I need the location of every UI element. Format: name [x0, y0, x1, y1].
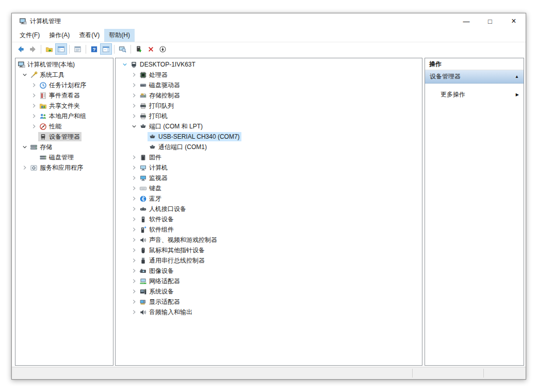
properties-button[interactable] [72, 43, 84, 55]
forward-button[interactable] [27, 43, 39, 55]
device-tree-item[interactable]: DESKTOP-1IVK63T [116, 59, 422, 70]
collapse-group-icon[interactable]: ▲ [515, 74, 519, 79]
actions-group-device-manager[interactable]: 设备管理器 ▲ [425, 70, 524, 84]
device-tree-item[interactable]: 打印队列 [116, 101, 422, 111]
device-tree-item[interactable]: 处理器 [116, 70, 422, 80]
expander-collapsed-icon[interactable] [130, 174, 138, 182]
device-tree-item[interactable]: 蓝牙 [116, 193, 422, 204]
device-tree-item[interactable]: 图像设备 [116, 266, 422, 276]
sidebar-tree-item[interactable]: 性能 [15, 121, 113, 132]
expander-collapsed-icon[interactable] [130, 102, 138, 110]
device-tree-item[interactable]: 端口 (COM 和 LPT) [116, 121, 422, 132]
sidebar-tree-item[interactable]: 磁盘管理 [15, 152, 113, 162]
sidebar-tree-item[interactable]: 系统工具 [15, 70, 113, 80]
storage-icon [29, 143, 38, 151]
expander-collapsed-icon[interactable] [130, 112, 138, 120]
device-tree-item[interactable]: 系统设备 [116, 286, 422, 297]
expander-collapsed-icon[interactable] [30, 81, 38, 89]
toggle-action-pane-button[interactable] [100, 43, 112, 55]
device-tree-item[interactable]: 通信端口 (COM1) [116, 142, 422, 152]
expander-collapsed-icon[interactable] [130, 91, 138, 100]
svg-text:?: ? [92, 46, 95, 52]
update-driver-button[interactable] [133, 43, 145, 55]
expander-collapsed-icon[interactable] [130, 194, 138, 203]
sidebar-tree-item[interactable]: 存储 [15, 142, 113, 152]
expander-collapsed-icon[interactable] [130, 236, 138, 244]
device-item-label: 磁盘驱动器 [149, 81, 180, 90]
device-tree-item[interactable]: 磁盘驱动器 [116, 80, 422, 90]
sidebar-tree-item[interactable]: 本地用户和组 [15, 111, 113, 121]
device-tree-item[interactable]: 打印机 [116, 111, 422, 121]
expander-collapsed-icon[interactable] [130, 81, 138, 89]
sidebar-item-content: 存储 [29, 142, 54, 152]
sidebar-tree-item[interactable]: 事件查看器 [15, 90, 113, 101]
device-item-content: 打印队列 [138, 101, 175, 110]
back-button[interactable] [15, 43, 27, 55]
device-tree-item[interactable]: 固件 [116, 152, 422, 162]
expander-collapsed-icon[interactable] [130, 246, 138, 254]
device-tree-item[interactable]: 软件设备 [116, 214, 422, 224]
expander-collapsed-icon[interactable] [130, 277, 138, 285]
expander-collapsed-icon[interactable] [21, 164, 29, 172]
expander-collapsed-icon[interactable] [130, 298, 138, 306]
sidebar-tree-item[interactable]: 设备管理器 [15, 132, 113, 142]
device-tree-item[interactable]: 键盘 [116, 183, 422, 193]
toggle-console-tree-button[interactable] [55, 43, 67, 55]
device-item-content: 软件设备 [138, 215, 175, 224]
expander-collapsed-icon[interactable] [130, 164, 138, 172]
device-tree-item[interactable]: 鼠标和其他指针设备 [116, 245, 422, 255]
expander-collapsed-icon[interactable] [130, 215, 138, 223]
expander-collapsed-icon[interactable] [130, 225, 138, 234]
sidebar-tree-item[interactable]: 计算机管理(本地) [15, 59, 113, 70]
menu-item-file[interactable]: 文件(F) [15, 29, 44, 42]
device-tree-item[interactable]: 软件组件 [116, 224, 422, 235]
device-tree-item[interactable]: 网络适配器 [116, 276, 422, 286]
device-tree-item[interactable]: 通用串行总线控制器 [116, 255, 422, 266]
menu-item-help[interactable]: 帮助(H) [104, 29, 135, 42]
sidebar-tree-item[interactable]: 服务和应用程序 [15, 162, 113, 173]
statusbar-separator [412, 369, 413, 378]
expander-collapsed-icon[interactable] [130, 153, 138, 161]
maximize-button[interactable]: □ [478, 13, 502, 29]
sidebar-tree-item[interactable]: 共享文件夹 [15, 101, 113, 111]
device-tree-panel: DESKTOP-1IVK63T处理器磁盘驱动器存储控制器打印队列打印机端口 (C… [115, 58, 422, 366]
help-button[interactable]: ? [88, 43, 100, 55]
more-actions-item[interactable]: 更多操作 ▶ [425, 88, 524, 101]
expander-collapsed-icon[interactable] [130, 267, 138, 275]
device-tree-item[interactable]: 计算机 [116, 162, 422, 173]
expander-collapsed-icon[interactable] [130, 71, 138, 79]
menu-item-action[interactable]: 操作(A) [44, 29, 74, 42]
device-tree-item[interactable]: 存储控制器 [116, 90, 422, 101]
expander-collapsed-icon[interactable] [30, 122, 38, 130]
expander-collapsed-icon[interactable] [130, 308, 138, 316]
toolbar-separator [41, 45, 41, 54]
minimize-button[interactable]: — [454, 13, 478, 29]
device-tree-item[interactable]: 音频输入和输出 [116, 307, 422, 317]
close-button[interactable]: × [502, 13, 526, 29]
up-level-button[interactable] [43, 43, 55, 55]
expander-collapsed-icon[interactable] [130, 256, 138, 265]
scan-hardware-changes-button[interactable] [117, 43, 128, 55]
sidebar-tree-item[interactable]: 任务计划程序 [15, 80, 113, 90]
menu-item-view[interactable]: 查看(V) [74, 29, 104, 42]
device-tree-item[interactable]: 监视器 [116, 173, 422, 183]
expander-collapsed-icon[interactable] [30, 102, 38, 110]
device-item-content: 端口 (COM 和 LPT) [138, 122, 204, 131]
expander-collapsed-icon[interactable] [130, 184, 138, 192]
more-actions-label: 更多操作 [441, 90, 465, 99]
device-tree-item[interactable]: 显示适配器 [116, 297, 422, 307]
device-tree-item[interactable]: 人机接口设备 [116, 204, 422, 214]
expander-collapsed-icon[interactable] [30, 91, 38, 100]
expander-expanded-icon[interactable] [121, 60, 129, 69]
expander-expanded-icon[interactable] [130, 122, 138, 130]
expander-collapsed-icon[interactable] [130, 205, 138, 213]
disable-device-button[interactable] [157, 43, 169, 55]
device-selected-item: USB-SERIAL CH340 (COM7) [148, 132, 241, 141]
expander-expanded-icon[interactable] [21, 71, 29, 79]
device-tree-item[interactable]: 声音、视频和游戏控制器 [116, 235, 422, 245]
expander-collapsed-icon[interactable] [130, 287, 138, 296]
device-tree-item[interactable]: USB-SERIAL CH340 (COM7) [116, 132, 422, 142]
expander-collapsed-icon[interactable] [30, 112, 38, 120]
uninstall-device-button[interactable] [145, 43, 157, 55]
expander-expanded-icon[interactable] [21, 143, 29, 151]
